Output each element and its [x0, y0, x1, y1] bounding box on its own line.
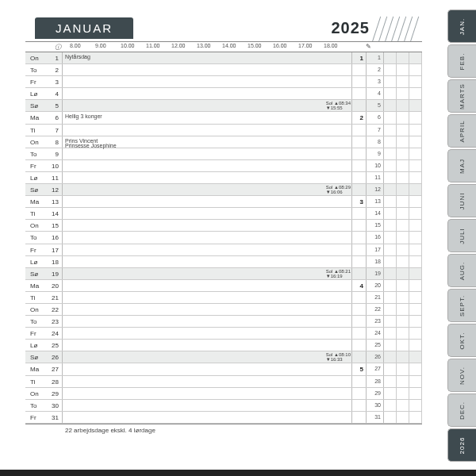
day-row: Ma13313 — [25, 196, 422, 208]
week-number: 4 — [360, 282, 363, 290]
tab-label: NOV. — [459, 367, 466, 385]
day-row: To1616 — [25, 232, 422, 244]
ordinal-day: 21 — [367, 294, 381, 300]
month-tab[interactable]: FEB. — [447, 44, 476, 78]
ordinal-day: 11 — [367, 175, 381, 180]
ordinal-day: 3 — [367, 79, 381, 84]
ordinal-day: 23 — [367, 318, 381, 324]
day-of-week: On — [30, 222, 46, 229]
planner-page: JANUAR 2025 ⓘ ✎ 8.009.0010.0011.0012.001… — [0, 0, 476, 476]
month-tab[interactable]: JULI — [447, 219, 476, 252]
day-number: 16 — [48, 234, 59, 241]
day-rows: On1Nytårsdag11To22Fr33Lø44Sø5Sol ▲08:34 … — [25, 52, 422, 424]
day-number: 15 — [48, 222, 59, 229]
tab-label: DEC. — [459, 401, 466, 419]
day-row: On2929 — [25, 388, 422, 400]
day-note: Hellig 3 konger — [65, 114, 102, 120]
day-of-week: On — [30, 306, 46, 313]
ordinal-day: 10 — [367, 163, 381, 168]
day-of-week: Fr — [30, 79, 46, 86]
day-row: To3030 — [25, 400, 422, 412]
header-hatching — [371, 17, 422, 40]
day-number: 8 — [48, 139, 59, 146]
day-number: 6 — [48, 114, 59, 121]
day-number: 7 — [48, 127, 59, 134]
time-label: 18.00 — [324, 43, 338, 48]
ordinal-day: 26 — [367, 354, 381, 359]
month-tab[interactable]: SEPT. — [447, 289, 476, 322]
ordinal-day: 28 — [367, 378, 381, 384]
day-row: To2323 — [25, 316, 422, 328]
day-row: Lø44 — [25, 88, 422, 100]
day-number: 21 — [48, 294, 59, 301]
month-tab[interactable]: MAJ — [447, 149, 476, 182]
tab-label: 2026 — [459, 436, 466, 454]
tab-label: MARTS — [459, 83, 466, 109]
day-row: On1Nytårsdag11 — [25, 52, 422, 64]
sun-times: Sol ▲08:21 ▼16:19 — [326, 269, 351, 278]
day-number: 10 — [48, 163, 59, 170]
ordinal-day: 7 — [367, 127, 381, 132]
day-of-week: To — [30, 402, 46, 409]
day-number: 11 — [48, 175, 59, 182]
tab-label: FEB. — [459, 52, 466, 70]
year-tab[interactable]: 2026 — [447, 428, 476, 462]
day-row: Ti2121 — [25, 292, 422, 304]
day-of-week: Lø — [30, 90, 46, 98]
day-number: 1 — [48, 55, 59, 62]
month-tab[interactable]: AUG. — [447, 254, 476, 287]
day-of-week: Lø — [30, 175, 46, 182]
sun-times: Sol ▲08:29 ▼16:06 — [326, 185, 351, 194]
time-label: 12.00 — [171, 43, 186, 48]
day-number: 2 — [48, 67, 59, 74]
time-label: 13.00 — [197, 43, 211, 48]
ordinal-day: 22 — [367, 306, 381, 312]
month-tab[interactable]: NOV. — [447, 359, 476, 392]
time-label: 14.00 — [222, 43, 236, 48]
month-tabs: JAN.FEB.MARTSAPRILMAJJUNIJULIAUG.SEPT.OK… — [447, 10, 476, 463]
day-number: 13 — [48, 198, 59, 205]
day-note: Nytårsdag — [65, 55, 90, 60]
ordinal-day: 9 — [367, 151, 381, 156]
day-of-week: Fr — [30, 414, 46, 421]
month-tab[interactable]: JAN. — [447, 10, 476, 43]
day-note: Prins Vincent Prinsesse Josephine — [65, 139, 117, 149]
day-row: Ma6Hellig 3 konger26 — [25, 112, 422, 124]
ordinal-day: 1 — [367, 55, 381, 60]
day-row: Ma20420 — [25, 280, 422, 292]
ordinal-day: 6 — [367, 114, 381, 120]
time-scale: ⓘ ✎ 8.009.0010.0011.0012.0013.0014.0015.… — [25, 41, 422, 52]
month-tab[interactable]: DEC. — [447, 393, 476, 427]
ordinal-day: 30 — [367, 402, 381, 408]
week-number: 1 — [360, 55, 363, 62]
day-of-week: Sø — [30, 102, 46, 109]
ordinal-day: 31 — [367, 414, 381, 420]
day-row: On8Prins Vincent Prinsesse Josephine8 — [25, 136, 422, 148]
day-number: 12 — [48, 186, 59, 194]
month-label: JANUAR — [35, 17, 133, 39]
month-tab[interactable]: JUNI — [447, 184, 476, 217]
tab-label: JAN. — [459, 17, 466, 34]
day-of-week: Lø — [30, 342, 46, 349]
day-of-week: Ma — [30, 114, 46, 121]
month-tab[interactable]: OKT. — [447, 324, 476, 357]
time-label: 11.00 — [146, 43, 160, 48]
ordinal-day: 13 — [367, 198, 381, 204]
day-number: 25 — [48, 342, 59, 349]
ordinal-day: 5 — [367, 102, 381, 108]
ordinal-day: 18 — [367, 259, 381, 264]
day-row: Sø12Sol ▲08:29 ▼16:0612 — [25, 184, 422, 196]
month-tab[interactable]: MARTS — [447, 79, 476, 113]
footer-text: 22 arbejdsdage ekskl. 4 lørdage — [25, 424, 422, 436]
ordinal-day: 16 — [367, 234, 381, 240]
day-row: Ti1414 — [25, 208, 422, 220]
day-of-week: To — [30, 67, 46, 74]
day-of-week: Lø — [30, 259, 46, 266]
month-tab[interactable]: APRIL — [447, 114, 476, 148]
tab-label: AUG. — [459, 261, 466, 280]
day-of-week: Fr — [30, 163, 46, 170]
tab-label: APRIL — [459, 120, 466, 142]
day-number: 4 — [48, 90, 59, 98]
day-number: 18 — [48, 259, 59, 266]
day-number: 30 — [48, 402, 59, 409]
